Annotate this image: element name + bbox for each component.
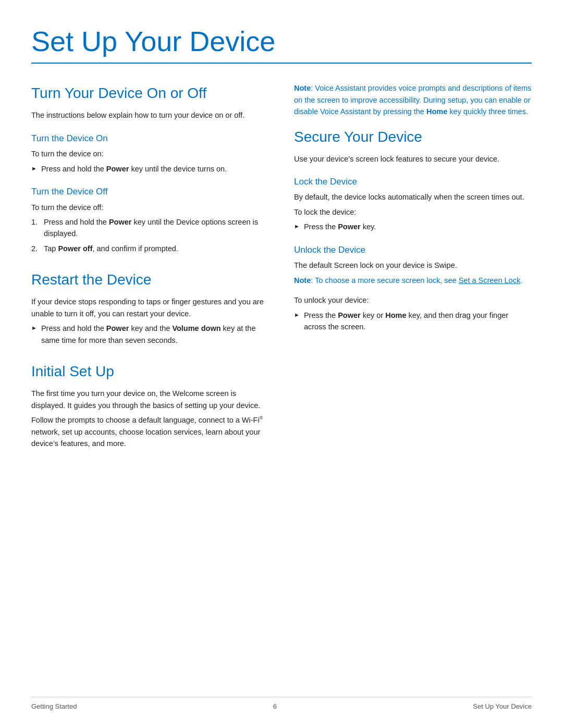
section-initial-setup: Initial Set Up The first time you turn y… xyxy=(31,361,269,449)
unlock-body1: The default Screen lock on your device i… xyxy=(294,260,532,271)
step-number: 2. xyxy=(31,243,41,254)
section-h3-lock: Lock the Device xyxy=(294,175,532,189)
turn-off-step-1: Press and hold the Power key until the D… xyxy=(44,216,269,240)
registered-mark: ® xyxy=(260,415,263,421)
turn-on-bullet-1: Press and hold the Power key until the d… xyxy=(41,163,227,175)
note-label: Note xyxy=(294,84,311,92)
turn-off-step-2: Tap Power off, and confirm if prompted. xyxy=(44,243,178,254)
turn-on-bullets: ► Press and hold the Power key until the… xyxy=(31,163,269,175)
section-restart: Restart the Device If your device stops … xyxy=(31,269,269,346)
turn-on-body: To turn the device on: xyxy=(31,148,269,159)
list-item: ► Press the Power key. xyxy=(294,221,532,232)
secure-intro: Use your device’s screen lock features t… xyxy=(294,153,532,165)
section-h2-secure: Secure Your Device xyxy=(294,126,532,148)
lock-bullet-1: Press the Power key. xyxy=(304,221,376,232)
list-item: ► Press and hold the Power key until the… xyxy=(31,163,269,175)
list-item: 2. Tap Power off, and confirm if prompte… xyxy=(31,243,269,254)
restart-bullets: ► Press and hold the Power key and the V… xyxy=(31,323,269,346)
turn-off-body: To turn the device off: xyxy=(31,202,269,213)
section-h2-turn-on-off: Turn Your Device On or Off xyxy=(31,82,269,104)
home-key-bold: Home xyxy=(426,107,447,116)
screen-lock-link[interactable]: Set a Screen Lock xyxy=(459,276,521,285)
restart-intro: If your device stops responding to taps … xyxy=(31,296,269,319)
note-text-2: : To choose a more secure screen lock, s… xyxy=(311,276,458,285)
lock-bullets: ► Press the Power key. xyxy=(294,221,532,232)
two-col-layout: Turn Your Device On or Off The instructi… xyxy=(31,82,532,464)
lock-body1: By default, the device locks automatical… xyxy=(294,191,532,203)
restart-bullet-1: Press and hold the Power key and the Vol… xyxy=(41,323,269,346)
footer-right: Set Up Your Device xyxy=(473,701,532,712)
section-turn-on-off: Turn Your Device On or Off The instructi… xyxy=(31,82,269,254)
bullet-triangle: ► xyxy=(31,164,37,174)
page-footer: Getting Started 6 Set Up Your Device xyxy=(31,697,532,712)
section-turn-intro: The instructions below explain how to tu… xyxy=(31,109,269,121)
unlock-body2: To unlock your device: xyxy=(294,294,532,306)
step-number: 1. xyxy=(31,216,41,228)
section-h3-turn-on: Turn the Device On xyxy=(31,132,269,145)
note-period: . xyxy=(520,276,522,285)
initial-setup-para1: The first time you turn your device on, … xyxy=(31,388,269,411)
footer-left: Getting Started xyxy=(31,701,77,712)
page-title: Set Up Your Device xyxy=(31,25,532,57)
section-secure: Secure Your Device Use your device’s scr… xyxy=(294,126,532,333)
unlock-bullets: ► Press the Power key or Home key, and t… xyxy=(294,310,532,333)
section-h2-initial-setup: Initial Set Up xyxy=(31,361,269,382)
section-h3-turn-off: Turn the Device Off xyxy=(31,185,269,199)
initial-setup-para2: Follow the prompts to choose a default l… xyxy=(31,414,269,449)
bullet-triangle: ► xyxy=(294,311,300,320)
page-container: Set Up Your Device Turn Your Device On o… xyxy=(0,0,563,728)
left-column: Turn Your Device On or Off The instructi… xyxy=(31,82,269,464)
bullet-triangle: ► xyxy=(294,222,300,231)
section-h2-restart: Restart the Device xyxy=(31,269,269,291)
right-column: Note: Voice Assistant provides voice pro… xyxy=(294,82,532,464)
unlock-bullet-1: Press the Power key or Home key, and the… xyxy=(304,310,532,333)
footer-page-number: 6 xyxy=(273,701,277,712)
note-screen-lock: Note: To choose a more secure screen loc… xyxy=(294,275,532,286)
section-h3-unlock: Unlock the Device xyxy=(294,243,532,257)
bullet-triangle: ► xyxy=(31,324,37,333)
note-voice-assistant: Note: Voice Assistant provides voice pro… xyxy=(294,82,532,117)
turn-off-steps: 1. Press and hold the Power key until th… xyxy=(31,216,269,254)
note-label-2: Note xyxy=(294,276,311,285)
list-item: ► Press the Power key or Home key, and t… xyxy=(294,310,532,333)
list-item: ► Press and hold the Power key and the V… xyxy=(31,323,269,346)
title-divider xyxy=(31,63,532,64)
list-item: 1. Press and hold the Power key until th… xyxy=(31,216,269,240)
lock-body2: To lock the device: xyxy=(294,206,532,218)
note-text: : Voice Assistant provides voice prompts… xyxy=(294,84,531,116)
